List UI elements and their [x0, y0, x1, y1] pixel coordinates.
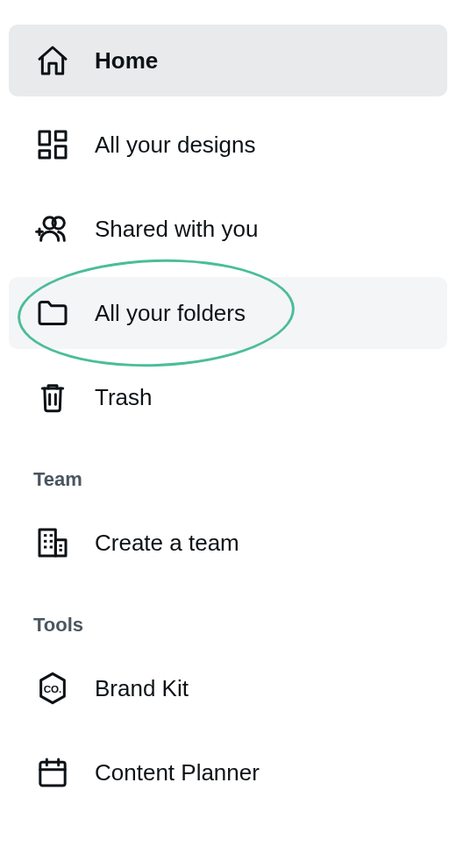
group-header-team: Team [9, 463, 447, 507]
sidebar-item-brand-kit[interactable]: CO. Brand Kit [9, 652, 447, 724]
grid-icon [35, 127, 70, 162]
sidebar-team-group: Team Create a team [9, 463, 447, 579]
sidebar-item-all-folders[interactable]: All your folders [9, 277, 447, 349]
sidebar-item-trash[interactable]: Trash [9, 361, 447, 433]
svg-rect-3 [55, 146, 66, 158]
sidebar-item-create-team[interactable]: Create a team [9, 507, 447, 579]
people-plus-icon [35, 211, 70, 246]
svg-rect-0 [39, 132, 50, 145]
svg-text:CO.: CO. [44, 683, 62, 694]
sidebar-item-home[interactable]: Home [9, 25, 447, 96]
svg-rect-21 [40, 762, 65, 786]
sidebar-item-label: Home [95, 47, 158, 75]
sidebar-item-label: Create a team [95, 530, 239, 557]
svg-rect-1 [55, 132, 66, 140]
buildings-icon [35, 525, 70, 560]
sidebar-item-label: Content Planner [95, 759, 260, 786]
calendar-icon [35, 755, 70, 790]
trash-icon [35, 380, 70, 415]
home-icon [35, 43, 70, 78]
sidebar-primary-group: Home All your designs Shared with you [9, 25, 447, 433]
sidebar-item-label: Shared with you [95, 216, 258, 243]
sidebar-item-shared[interactable]: Shared with you [9, 193, 447, 265]
svg-rect-10 [39, 530, 55, 556]
sidebar-item-label: All your folders [95, 300, 246, 327]
sidebar-item-all-designs[interactable]: All your designs [9, 109, 447, 181]
sidebar-item-label: Brand Kit [95, 675, 189, 702]
svg-rect-11 [55, 540, 66, 556]
sidebar-tools-group: Tools CO. Brand Kit Content Planner [9, 608, 447, 808]
folder-icon [35, 295, 70, 331]
svg-rect-2 [39, 151, 50, 158]
sidebar-item-content-planner[interactable]: Content Planner [9, 736, 447, 808]
sidebar-item-label: Trash [95, 384, 153, 411]
company-badge-icon: CO. [35, 671, 70, 706]
group-header-tools: Tools [9, 608, 447, 652]
sidebar-item-label: All your designs [95, 132, 256, 159]
